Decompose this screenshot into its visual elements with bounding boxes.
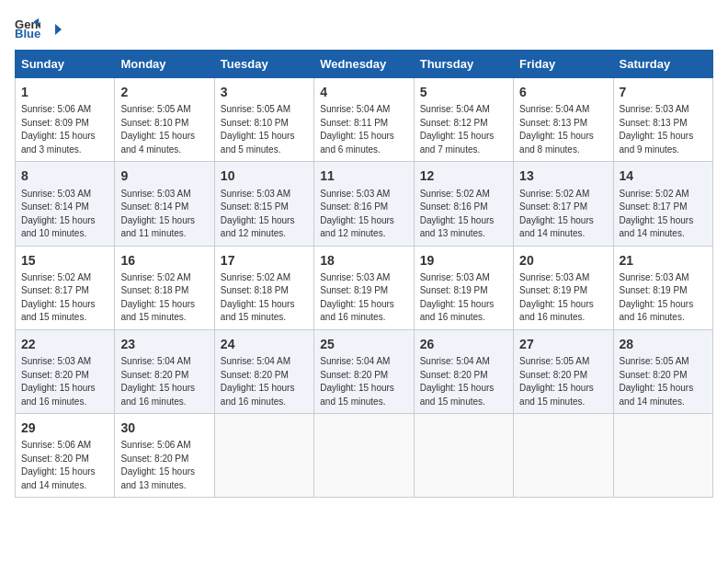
day-info: Sunrise: 5:05 AMSunset: 8:20 PMDaylight:… bbox=[620, 355, 707, 408]
header-thursday: Thursday bbox=[414, 51, 513, 78]
header-saturday: Saturday bbox=[613, 51, 712, 78]
table-cell: 21Sunrise: 5:03 AMSunset: 8:19 PMDayligh… bbox=[613, 246, 712, 329]
day-info: Sunrise: 5:02 AMSunset: 8:17 PMDaylight:… bbox=[21, 271, 108, 325]
day-number: 23 bbox=[120, 335, 208, 353]
day-info: Sunrise: 5:02 AMSunset: 8:16 PMDaylight:… bbox=[420, 188, 507, 241]
day-info: Sunrise: 5:04 AMSunset: 8:11 PMDaylight:… bbox=[320, 103, 407, 156]
table-cell: 14Sunrise: 5:02 AMSunset: 8:17 PMDayligh… bbox=[613, 162, 712, 246]
logo: General Blue bbox=[15, 15, 63, 40]
table-cell bbox=[314, 414, 414, 498]
table-cell bbox=[414, 414, 513, 498]
day-info: Sunrise: 5:06 AMSunset: 8:20 PMDaylight:… bbox=[120, 439, 208, 492]
table-cell: 15Sunrise: 5:02 AMSunset: 8:17 PMDayligh… bbox=[16, 246, 115, 329]
header-monday: Monday bbox=[115, 51, 214, 78]
day-number: 7 bbox=[620, 83, 707, 101]
day-info: Sunrise: 5:03 AMSunset: 8:19 PMDaylight:… bbox=[519, 271, 607, 325]
day-number: 6 bbox=[519, 83, 607, 101]
weekday-header-row: Sunday Monday Tuesday Wednesday Thursday… bbox=[16, 51, 713, 78]
day-info: Sunrise: 5:02 AMSunset: 8:17 PMDaylight:… bbox=[620, 188, 707, 241]
day-number: 21 bbox=[620, 251, 707, 270]
header-wednesday: Wednesday bbox=[314, 51, 414, 78]
header-tuesday: Tuesday bbox=[214, 51, 313, 78]
svg-text:Blue: Blue bbox=[15, 27, 40, 40]
day-number: 2 bbox=[120, 83, 208, 101]
table-cell: 30Sunrise: 5:06 AMSunset: 8:20 PMDayligh… bbox=[115, 414, 214, 498]
header: General Blue bbox=[15, 15, 713, 40]
day-number: 17 bbox=[221, 251, 308, 270]
table-cell: 12Sunrise: 5:02 AMSunset: 8:16 PMDayligh… bbox=[414, 162, 513, 246]
day-number: 1 bbox=[21, 83, 108, 101]
table-cell: 20Sunrise: 5:03 AMSunset: 8:19 PMDayligh… bbox=[514, 246, 613, 329]
day-info: Sunrise: 5:03 AMSunset: 8:20 PMDaylight:… bbox=[21, 355, 108, 408]
day-number: 10 bbox=[221, 167, 308, 185]
table-cell: 7Sunrise: 5:03 AMSunset: 8:13 PMDaylight… bbox=[613, 78, 712, 162]
table-cell: 16Sunrise: 5:02 AMSunset: 8:18 PMDayligh… bbox=[115, 246, 214, 329]
day-info: Sunrise: 5:03 AMSunset: 8:19 PMDaylight:… bbox=[320, 271, 407, 325]
day-info: Sunrise: 5:05 AMSunset: 8:10 PMDaylight:… bbox=[120, 103, 208, 156]
table-cell bbox=[613, 414, 712, 498]
day-info: Sunrise: 5:04 AMSunset: 8:20 PMDaylight:… bbox=[320, 355, 407, 408]
day-number: 5 bbox=[420, 83, 507, 101]
day-info: Sunrise: 5:03 AMSunset: 8:13 PMDaylight:… bbox=[620, 103, 707, 156]
table-cell: 23Sunrise: 5:04 AMSunset: 8:20 PMDayligh… bbox=[115, 329, 214, 413]
day-number: 24 bbox=[221, 335, 308, 353]
table-cell: 3Sunrise: 5:05 AMSunset: 8:10 PMDaylight… bbox=[214, 78, 313, 162]
header-sunday: Sunday bbox=[16, 51, 115, 78]
day-info: Sunrise: 5:03 AMSunset: 8:16 PMDaylight:… bbox=[320, 188, 407, 241]
day-info: Sunrise: 5:02 AMSunset: 8:17 PMDaylight:… bbox=[519, 188, 607, 241]
day-info: Sunrise: 5:04 AMSunset: 8:20 PMDaylight:… bbox=[221, 355, 308, 408]
day-number: 3 bbox=[221, 83, 308, 101]
day-number: 22 bbox=[21, 335, 108, 353]
day-number: 30 bbox=[120, 419, 208, 437]
day-number: 20 bbox=[519, 251, 607, 270]
calendar-table: Sunday Monday Tuesday Wednesday Thursday… bbox=[15, 50, 713, 498]
day-info: Sunrise: 5:03 AMSunset: 8:15 PMDaylight:… bbox=[221, 188, 308, 241]
day-info: Sunrise: 5:03 AMSunset: 8:19 PMDaylight:… bbox=[620, 271, 707, 325]
day-number: 18 bbox=[320, 251, 407, 270]
day-info: Sunrise: 5:06 AMSunset: 8:20 PMDaylight:… bbox=[21, 439, 108, 492]
day-number: 4 bbox=[320, 83, 407, 101]
day-number: 27 bbox=[519, 335, 607, 353]
table-cell: 28Sunrise: 5:05 AMSunset: 8:20 PMDayligh… bbox=[613, 329, 712, 413]
table-cell: 10Sunrise: 5:03 AMSunset: 8:15 PMDayligh… bbox=[214, 162, 313, 246]
table-cell: 26Sunrise: 5:04 AMSunset: 8:20 PMDayligh… bbox=[414, 329, 513, 413]
table-cell: 8Sunrise: 5:03 AMSunset: 8:14 PMDaylight… bbox=[16, 162, 115, 246]
day-number: 29 bbox=[21, 419, 108, 437]
table-cell: 2Sunrise: 5:05 AMSunset: 8:10 PMDaylight… bbox=[115, 78, 214, 162]
table-cell: 17Sunrise: 5:02 AMSunset: 8:18 PMDayligh… bbox=[214, 246, 313, 329]
logo-icon: General Blue bbox=[15, 15, 40, 40]
table-cell: 6Sunrise: 5:04 AMSunset: 8:13 PMDaylight… bbox=[514, 78, 613, 162]
table-cell: 5Sunrise: 5:04 AMSunset: 8:12 PMDaylight… bbox=[414, 78, 513, 162]
table-cell: 11Sunrise: 5:03 AMSunset: 8:16 PMDayligh… bbox=[314, 162, 414, 246]
day-number: 28 bbox=[620, 335, 707, 353]
day-number: 12 bbox=[420, 167, 507, 185]
day-number: 9 bbox=[120, 167, 208, 185]
day-number: 19 bbox=[420, 251, 507, 270]
day-info: Sunrise: 5:03 AMSunset: 8:19 PMDaylight:… bbox=[420, 271, 507, 325]
table-cell: 25Sunrise: 5:04 AMSunset: 8:20 PMDayligh… bbox=[314, 329, 414, 413]
day-info: Sunrise: 5:03 AMSunset: 8:14 PMDaylight:… bbox=[21, 188, 108, 241]
day-number: 15 bbox=[21, 251, 108, 270]
day-info: Sunrise: 5:02 AMSunset: 8:18 PMDaylight:… bbox=[221, 271, 308, 325]
day-info: Sunrise: 5:02 AMSunset: 8:18 PMDaylight:… bbox=[120, 271, 208, 325]
table-cell: 18Sunrise: 5:03 AMSunset: 8:19 PMDayligh… bbox=[314, 246, 414, 329]
day-number: 8 bbox=[21, 167, 108, 185]
table-cell: 27Sunrise: 5:05 AMSunset: 8:20 PMDayligh… bbox=[514, 329, 613, 413]
day-info: Sunrise: 5:04 AMSunset: 8:13 PMDaylight:… bbox=[519, 103, 607, 156]
table-cell: 24Sunrise: 5:04 AMSunset: 8:20 PMDayligh… bbox=[214, 329, 313, 413]
table-cell: 29Sunrise: 5:06 AMSunset: 8:20 PMDayligh… bbox=[16, 414, 115, 498]
day-number: 16 bbox=[120, 251, 208, 270]
table-cell: 13Sunrise: 5:02 AMSunset: 8:17 PMDayligh… bbox=[514, 162, 613, 246]
day-info: Sunrise: 5:04 AMSunset: 8:20 PMDaylight:… bbox=[420, 355, 507, 408]
day-number: 11 bbox=[320, 167, 407, 185]
day-number: 14 bbox=[620, 167, 707, 185]
day-info: Sunrise: 5:05 AMSunset: 8:10 PMDaylight:… bbox=[221, 103, 308, 156]
day-info: Sunrise: 5:06 AMSunset: 8:09 PMDaylight:… bbox=[21, 103, 108, 156]
table-cell: 22Sunrise: 5:03 AMSunset: 8:20 PMDayligh… bbox=[16, 329, 115, 413]
header-friday: Friday bbox=[514, 51, 613, 78]
day-info: Sunrise: 5:04 AMSunset: 8:12 PMDaylight:… bbox=[420, 103, 507, 156]
day-number: 26 bbox=[420, 335, 507, 353]
table-cell bbox=[514, 414, 613, 498]
table-cell: 4Sunrise: 5:04 AMSunset: 8:11 PMDaylight… bbox=[314, 78, 414, 162]
logo-arrow-icon bbox=[46, 21, 63, 38]
